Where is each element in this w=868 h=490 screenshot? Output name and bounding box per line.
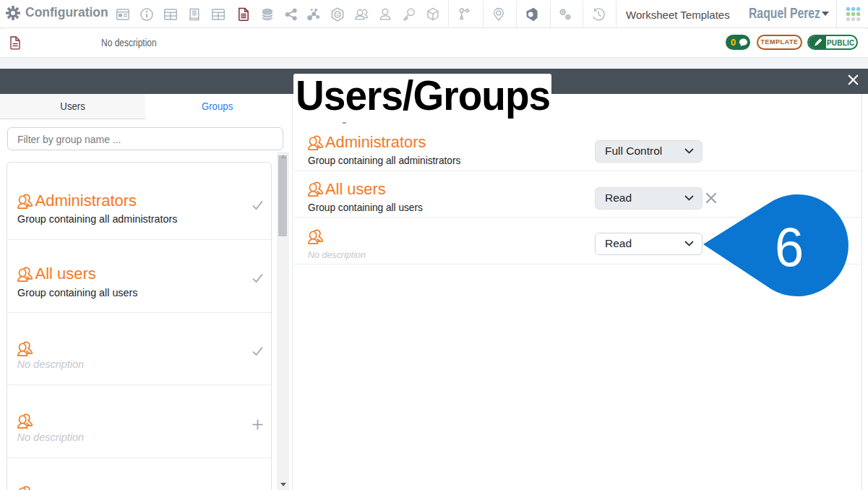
svg-text:6: 6: [775, 217, 804, 278]
svg-text:CD: CD: [335, 13, 340, 17]
